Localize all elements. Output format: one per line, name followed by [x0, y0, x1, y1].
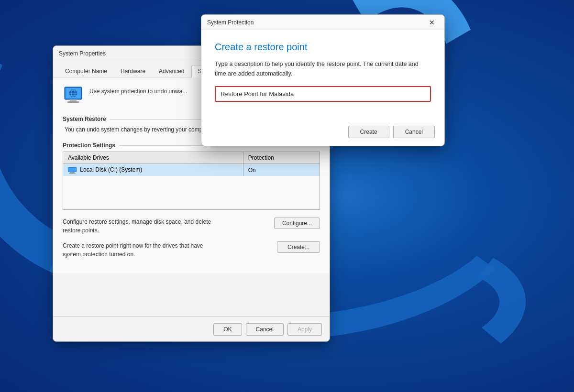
dialog-close-icon: ✕ [429, 19, 435, 26]
dialog-description: Type a description to help you identify … [215, 59, 431, 78]
table-header-row: Available Drives Protection [63, 152, 320, 164]
system-restore-title: System Restore [63, 116, 106, 122]
dialog-footer: Create Cancel [201, 121, 444, 146]
dialog-main-title: Create a restore point [215, 42, 431, 53]
col-available-drives: Available Drives [63, 152, 243, 164]
cancel-button[interactable]: Cancel [246, 323, 284, 336]
dialog-body: Create a restore point Type a descriptio… [201, 30, 444, 121]
restore-point-input[interactable] [215, 86, 431, 102]
svg-rect-2 [70, 99, 77, 101]
tab-hardware[interactable]: Hardware [114, 65, 152, 77]
svg-rect-10 [68, 168, 76, 172]
dialog-create-button[interactable]: Create [348, 126, 389, 138]
dialog-close-button[interactable]: ✕ [425, 16, 439, 29]
sys-props-footer: OK Cancel Apply [53, 316, 330, 341]
ok-button[interactable]: OK [213, 323, 242, 336]
table-row[interactable]: Local Disk (C:) (System) On [63, 164, 320, 176]
dialog-titlebar: System Protection ✕ [201, 15, 444, 30]
create-restore-button[interactable]: Create... [277, 241, 320, 253]
col-protection: Protection [243, 152, 320, 164]
system-protection-icon [63, 85, 84, 106]
svg-rect-12 [69, 173, 76, 174]
sys-props-title: System Properties [59, 50, 106, 57]
create-restore-row: Create a restore point right now for the… [63, 241, 320, 259]
tab-computer-name[interactable]: Computer Name [59, 65, 113, 77]
dialog-title: System Protection [207, 19, 254, 26]
svg-rect-3 [67, 101, 79, 103]
tab-advanced[interactable]: Advanced [153, 65, 190, 77]
system-protection-dialog: System Protection ✕ Create a restore poi… [201, 14, 445, 146]
apply-button[interactable]: Apply [287, 323, 322, 336]
configure-row: Configure restore settings, manage disk … [63, 218, 320, 235]
protection-settings-title: Protection Settings [63, 142, 115, 149]
table-empty-row [63, 176, 320, 209]
protection-cell: On [243, 164, 320, 176]
system-protection-desc: Use system protection to undo unwa... [89, 85, 187, 96]
svg-rect-11 [70, 172, 75, 173]
protection-table: Available Drives Protection Local Disk (… [63, 152, 320, 209]
configure-button[interactable]: Configure... [274, 218, 320, 229]
drive-icon [68, 167, 77, 174]
drive-cell: Local Disk (C:) (System) [63, 164, 243, 176]
dialog-cancel-button[interactable]: Cancel [393, 126, 435, 138]
configure-desc: Configure restore settings, manage disk … [63, 218, 216, 235]
create-restore-desc: Create a restore point right now for the… [63, 241, 216, 259]
